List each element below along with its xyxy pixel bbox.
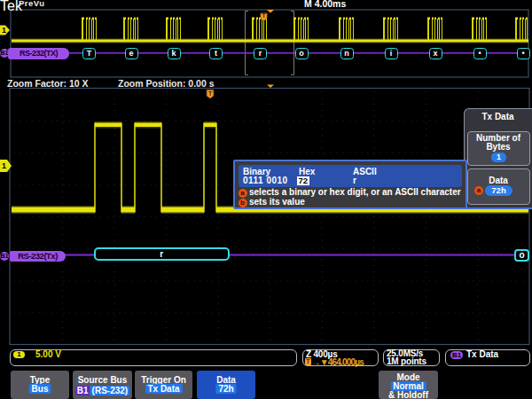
svg-text:T: T [262, 12, 266, 20]
svg-text:1: 1 [2, 26, 6, 35]
svg-text:1: 1 [2, 161, 6, 170]
svg-text:T: T [208, 90, 213, 98]
